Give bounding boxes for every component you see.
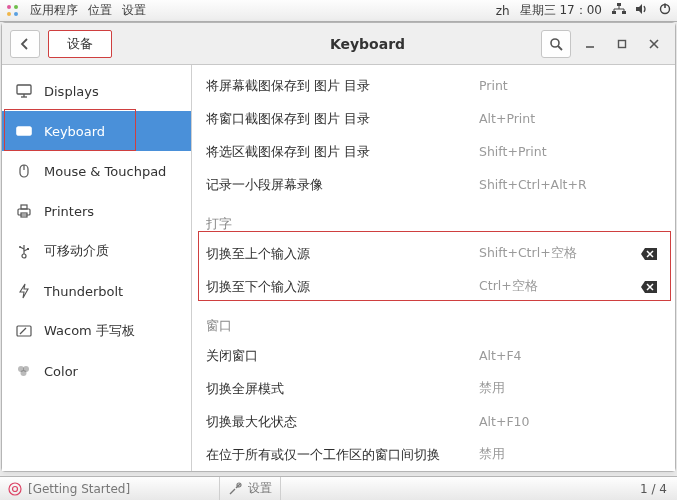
clock[interactable]: 星期三 17：00 (520, 2, 602, 19)
shortcut-row[interactable]: 将屏幕截图保存到 图片 目录 Print (192, 69, 675, 102)
tablet-icon (16, 323, 32, 339)
sidebar-item-label: Keyboard (44, 124, 105, 139)
svg-point-2 (7, 12, 11, 16)
svg-rect-35 (27, 248, 29, 250)
power-icon[interactable] (659, 3, 671, 18)
svg-point-32 (22, 254, 26, 258)
window-minimize-button[interactable] (577, 31, 603, 57)
color-icon (16, 363, 32, 379)
svg-point-1 (14, 5, 18, 9)
shortcut-label: 在位于所有或仅一个工作区的窗口间切换 (206, 446, 479, 464)
svg-marker-7 (636, 4, 642, 14)
sidebar-item-label: 可移动介质 (44, 242, 109, 260)
taskbar-item-help[interactable]: [Getting Started] (0, 477, 220, 500)
shortcut-keys: Shift+Ctrl+Alt+R (479, 177, 639, 192)
svg-point-47 (13, 486, 18, 491)
network-icon[interactable] (612, 3, 626, 18)
taskbar-item-settings[interactable]: 设置 (220, 477, 281, 500)
volume-icon[interactable] (636, 3, 649, 18)
shortcut-label: 切换全屏模式 (206, 380, 479, 398)
sidebar-item-label: Color (44, 364, 78, 379)
shortcut-keys: Alt+F4 (479, 348, 639, 363)
sidebar-item-mouse[interactable]: Mouse & Touchpad (2, 151, 191, 191)
sidebar-item-thunderbolt[interactable]: Thunderbolt (2, 271, 191, 311)
shortcut-keys: 禁用 (479, 446, 639, 463)
menu-applications[interactable]: 应用程序 (30, 2, 78, 19)
sidebar-item-label: Mouse & Touchpad (44, 164, 166, 179)
shortcut-keys: Ctrl+空格 (479, 278, 639, 295)
shortcut-row[interactable]: 记录一小段屏幕录像 Shift+Ctrl+Alt+R (192, 168, 675, 201)
svg-rect-4 (617, 3, 621, 6)
back-button[interactable] (10, 30, 40, 58)
shortcut-row[interactable]: 切换至上个输入源 Shift+Ctrl+空格 (192, 237, 675, 270)
workspace-indicator[interactable]: 1 / 4 (630, 482, 677, 496)
shortcut-label: 将窗口截图保存到 图片 目录 (206, 110, 479, 128)
svg-rect-5 (612, 11, 616, 14)
usb-icon (16, 243, 32, 259)
sidebar-item-displays[interactable]: Displays (2, 71, 191, 111)
svg-point-0 (7, 5, 11, 9)
shortcut-row[interactable]: 将窗口截图保存到 图片 目录 Alt+Print (192, 102, 675, 135)
sidebar-item-label: Thunderbolt (44, 284, 123, 299)
shortcut-row[interactable]: 切换最大化状态 Alt+F10 (192, 405, 675, 438)
svg-rect-30 (21, 205, 27, 209)
backspace-icon (641, 281, 657, 293)
gnome-menubar: 应用程序 位置 设置 zh 星期三 17：00 (0, 0, 677, 22)
keyboard-icon (16, 123, 32, 139)
clear-shortcut-button[interactable] (639, 281, 657, 293)
sidebar-item-color[interactable]: Color (2, 351, 191, 391)
svg-rect-20 (17, 127, 31, 135)
input-method-indicator[interactable]: zh (496, 4, 510, 18)
shortcut-list[interactable]: 将屏幕截图保存到 图片 目录 Print 将窗口截图保存到 图片 目录 Alt+… (192, 65, 675, 471)
tools-icon (228, 482, 242, 496)
svg-line-11 (558, 46, 562, 50)
settings-window: 设备 Keyboard Displays Keyboard (1, 22, 676, 472)
menu-places[interactable]: 位置 (88, 2, 112, 19)
sidebar-item-printers[interactable]: Printers (2, 191, 191, 231)
shortcut-row[interactable]: 在位于所有或仅一个工作区的窗口间切换 禁用 (192, 438, 675, 471)
sidebar: Displays Keyboard Mouse & Touchpad Print… (2, 65, 192, 471)
shortcut-keys: Print (479, 78, 639, 93)
shortcut-label: 记录一小段屏幕录像 (206, 176, 479, 194)
shortcut-label: 将屏幕截图保存到 图片 目录 (206, 77, 479, 95)
titlebar: 设备 Keyboard (2, 23, 675, 65)
window-maximize-button[interactable] (609, 31, 635, 57)
lifebuoy-icon (8, 482, 22, 496)
sidebar-item-wacom[interactable]: Wacom 手写板 (2, 311, 191, 351)
bolt-icon (16, 283, 32, 299)
shortcut-keys: 禁用 (479, 380, 639, 397)
taskbar-label: 设置 (248, 480, 272, 497)
shortcut-row[interactable]: 切换全屏模式 禁用 (192, 372, 675, 405)
shortcut-row[interactable]: 关闭窗口 Alt+F4 (192, 339, 675, 372)
sidebar-item-removable[interactable]: 可移动介质 (2, 231, 191, 271)
shortcut-label: 关闭窗口 (206, 347, 479, 365)
category-chip: 设备 (48, 30, 112, 58)
svg-rect-29 (18, 209, 30, 215)
shortcut-row[interactable]: 将选区截图保存到 图片 目录 Shift+Print (192, 135, 675, 168)
shortcut-keys: Alt+F10 (479, 414, 639, 429)
sidebar-item-keyboard[interactable]: Keyboard (2, 111, 191, 151)
shortcut-label: 切换至下个输入源 (206, 278, 479, 296)
activities-icon[interactable] (6, 4, 20, 18)
window-close-button[interactable] (641, 31, 667, 57)
shortcut-label: 切换至上个输入源 (206, 245, 479, 263)
sidebar-item-label: Printers (44, 204, 94, 219)
shortcut-keys: Shift+Ctrl+空格 (479, 245, 639, 262)
menu-settings[interactable]: 设置 (122, 2, 146, 19)
shortcut-label: 将选区截图保存到 图片 目录 (206, 143, 479, 161)
taskbar-label: [Getting Started] (28, 482, 130, 496)
category-label: 设备 (67, 35, 93, 53)
clear-shortcut-button[interactable] (639, 248, 657, 260)
display-icon (16, 83, 32, 99)
svg-point-10 (551, 39, 559, 47)
svg-rect-36 (17, 326, 31, 336)
svg-rect-13 (619, 40, 626, 47)
shortcut-row[interactable]: 切换至下个输入源 Ctrl+空格 (192, 270, 675, 303)
page-title: Keyboard (200, 36, 535, 52)
svg-point-34 (19, 246, 21, 248)
mouse-icon (16, 163, 32, 179)
section-windows: 窗口 (192, 303, 675, 339)
svg-rect-6 (622, 11, 626, 14)
shortcut-label: 切换最大化状态 (206, 413, 479, 431)
search-button[interactable] (541, 30, 571, 58)
